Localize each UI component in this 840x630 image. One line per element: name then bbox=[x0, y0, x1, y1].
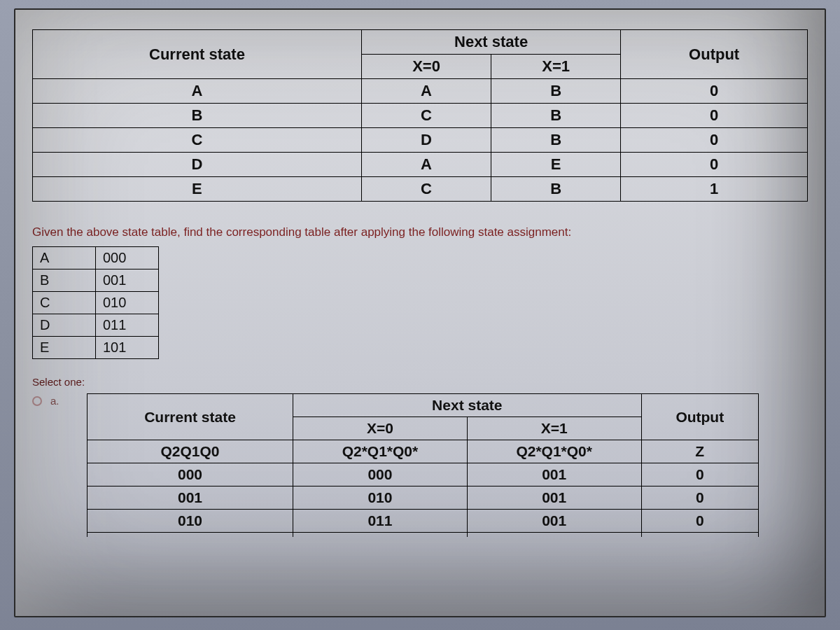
col-current-state: Current state bbox=[88, 394, 293, 440]
cell-out bbox=[641, 533, 758, 538]
cell-code: 000 bbox=[96, 247, 159, 270]
cell-x0: 011 bbox=[293, 510, 468, 533]
cell-out: 0 bbox=[641, 486, 758, 510]
cell-state: B bbox=[33, 270, 96, 292]
col-x0-sub: Q2*Q1*Q0* bbox=[293, 440, 468, 463]
col-output: Output bbox=[641, 394, 758, 440]
cell-x1: 001 bbox=[467, 463, 641, 486]
option-a-label: a. bbox=[50, 395, 67, 407]
cell-x1: B bbox=[491, 128, 621, 153]
cell-code: 001 bbox=[96, 270, 159, 292]
col-next-state: Next state bbox=[361, 30, 620, 55]
cell-current: 001 bbox=[88, 486, 293, 510]
cell-x1 bbox=[467, 533, 641, 538]
cell-out: 0 bbox=[621, 104, 808, 128]
col-current-state: Current state bbox=[33, 30, 362, 79]
col-x0: X=0 bbox=[361, 55, 491, 79]
col-output: Output bbox=[621, 30, 808, 79]
cell-out: 0 bbox=[641, 510, 758, 533]
question-prompt: Given the above state table, find the co… bbox=[32, 225, 808, 239]
cell-x1: B bbox=[491, 177, 621, 202]
table-row: E 101 bbox=[33, 337, 159, 359]
cell-code: 010 bbox=[96, 292, 159, 314]
cell-state: D bbox=[33, 314, 96, 337]
cell-state: E bbox=[33, 337, 96, 359]
cell-current: D bbox=[33, 153, 362, 177]
cell-out: 0 bbox=[621, 128, 808, 153]
cell-x0: A bbox=[361, 79, 491, 104]
radio-option-a[interactable] bbox=[32, 396, 42, 406]
col-x1-sub: Q2*Q1*Q0* bbox=[467, 440, 641, 463]
col-current-sub: Q2Q1Q0 bbox=[88, 440, 293, 463]
cell-x0: C bbox=[361, 104, 491, 128]
cell-x0: C bbox=[361, 177, 491, 202]
col-next-state: Next state bbox=[293, 394, 642, 417]
col-x1: X=1 bbox=[467, 417, 641, 440]
quiz-screen: Current state Next state Output X=0 X=1 … bbox=[14, 8, 826, 617]
cell-state: C bbox=[33, 292, 96, 314]
col-out-sub: Z bbox=[641, 440, 758, 463]
option-a-table-wrap: Current state Next state Output X=0 X=1 … bbox=[87, 393, 759, 537]
cell-current: E bbox=[33, 177, 362, 202]
cell-out: 0 bbox=[621, 153, 808, 177]
cell-x1: B bbox=[491, 104, 621, 128]
cell-x0: D bbox=[361, 128, 491, 153]
table-row: B C B 0 bbox=[33, 104, 808, 128]
cell-x1: 001 bbox=[467, 486, 641, 510]
option-a-row: a. Current state Next state Output X=0 X… bbox=[32, 393, 808, 537]
table-row: A 000 bbox=[33, 247, 159, 270]
table-row: E C B 1 bbox=[33, 177, 808, 202]
cell-out: 0 bbox=[621, 79, 808, 104]
table-row: C 010 bbox=[33, 292, 159, 314]
col-x0: X=0 bbox=[293, 417, 468, 440]
table-row: 001 010 001 0 bbox=[88, 486, 759, 510]
cell-out: 0 bbox=[641, 463, 758, 486]
cell-code: 101 bbox=[96, 337, 159, 359]
state-table: Current state Next state Output X=0 X=1 … bbox=[32, 29, 808, 202]
table-row: D A E 0 bbox=[33, 153, 808, 177]
table-row: D 011 bbox=[33, 314, 159, 337]
cell-x0: 010 bbox=[293, 486, 468, 510]
table-row: C D B 0 bbox=[33, 128, 808, 153]
table-row: B 001 bbox=[33, 270, 159, 292]
cell-out: 1 bbox=[621, 177, 808, 202]
table-row: 011 bbox=[88, 533, 759, 538]
cell-current: A bbox=[33, 79, 362, 104]
cell-state: A bbox=[33, 247, 96, 270]
cell-x1: B bbox=[491, 79, 621, 104]
col-x1: X=1 bbox=[491, 55, 621, 79]
cell-code: 011 bbox=[96, 314, 159, 337]
option-a-table: Current state Next state Output X=0 X=1 … bbox=[87, 393, 759, 537]
table-row: 010 011 001 0 bbox=[88, 510, 759, 533]
cell-x0: A bbox=[361, 153, 491, 177]
cell-x0 bbox=[293, 533, 468, 538]
cell-current: 000 bbox=[88, 463, 293, 486]
cell-current: C bbox=[33, 128, 362, 153]
select-one-label: Select one: bbox=[32, 376, 808, 388]
table-row: A A B 0 bbox=[33, 79, 808, 104]
cell-current: 011 bbox=[88, 533, 293, 538]
cell-current: B bbox=[33, 104, 362, 128]
state-assignment-table: A 000 B 001 C 010 D 011 E 101 bbox=[32, 246, 159, 359]
table-row: 000 000 001 0 bbox=[88, 463, 759, 486]
cell-current: 010 bbox=[88, 510, 293, 533]
cell-x0: 000 bbox=[293, 463, 468, 486]
cell-x1: 001 bbox=[467, 510, 641, 533]
cell-x1: E bbox=[491, 153, 621, 177]
